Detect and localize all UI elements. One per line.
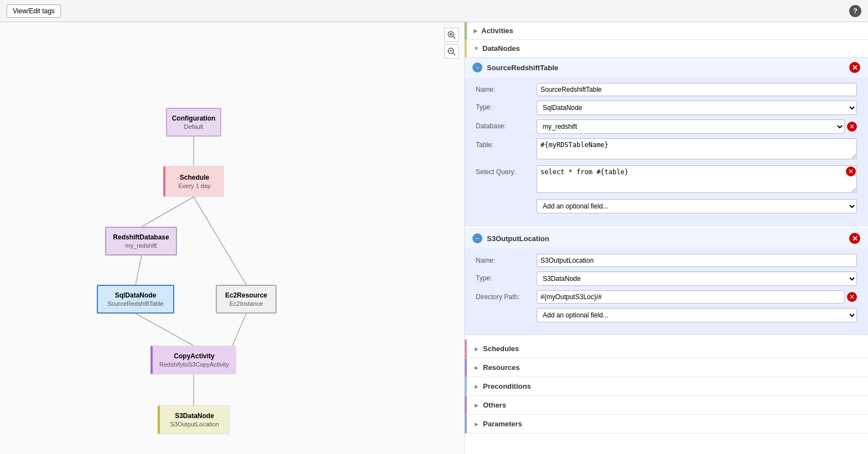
s3-output-name: S3OutputLocation	[487, 234, 549, 243]
zoom-out-button[interactable]	[444, 44, 459, 59]
s3-output-header-left: − S3OutputLocation	[472, 233, 549, 243]
parameters-section[interactable]: ▶ Parameters	[465, 415, 868, 434]
table-textarea[interactable]: #{myRDSTableName}	[537, 138, 857, 159]
s3-output-fields: Name: Type: S3DataNode Directory Path:	[465, 248, 868, 335]
help-icon[interactable]: ?	[849, 5, 861, 17]
parameters-triangle: ▶	[475, 421, 479, 427]
s3-output-panel: − S3OutputLocation ✕ Name: Type: S3Da	[465, 228, 868, 335]
main-container: Configuration Default Schedule Every 1 d…	[0, 22, 868, 454]
field-row-database: Database: my_redshift ✕	[476, 119, 857, 134]
svg-line-11	[136, 314, 194, 346]
svg-line-3	[453, 36, 455, 39]
field-label-optional-2	[476, 308, 537, 311]
field-row-table: Table: #{myRDSTableName}	[476, 138, 857, 161]
datanodes-triangle: ▼	[474, 45, 479, 51]
svg-line-6	[453, 53, 455, 55]
activities-section-header[interactable]: ▶ Activities	[465, 22, 868, 40]
node-redshift-database[interactable]: RedshiftDatabase my_redshift	[105, 227, 177, 255]
datanodes-section-header[interactable]: ▼ DataNodes	[465, 40, 868, 58]
database-clear-btn[interactable]: ✕	[847, 122, 857, 132]
type-select-2[interactable]: S3DataNode	[537, 272, 857, 286]
node-ec2-title: Ec2Resource	[225, 291, 267, 299]
field-row-type-2: Type: S3DataNode	[476, 272, 857, 286]
node-copy-title: CopyActivity	[174, 352, 214, 360]
select-query-textarea[interactable]: select * from #{table}	[537, 165, 857, 193]
node-redshift-sub: my_redshift	[126, 242, 157, 249]
field-value-type-1: SqlDataNode	[537, 101, 857, 115]
source-redshift-panel: − SourceRedshiftTable ✕ Name: Type: S	[465, 58, 868, 226]
node-sql-title: SqlDataNode	[115, 291, 157, 299]
field-value-select-query: select * from #{table} ✕	[537, 165, 857, 195]
directory-path-input[interactable]	[537, 290, 845, 304]
preconditions-label: Preconditions	[483, 382, 531, 390]
schedules-section[interactable]: ▶ Schedules	[465, 340, 868, 358]
activities-triangle: ▶	[474, 28, 478, 34]
node-config-sub: Default	[184, 123, 204, 130]
resources-label: Resources	[483, 363, 519, 372]
node-s3-sub: S3OutputLocation	[170, 421, 219, 427]
node-copy-activity[interactable]: CopyActivity RedshifytoS3CopyActivity	[150, 346, 236, 374]
field-label-type-1: Type:	[476, 101, 537, 111]
field-label-table: Table:	[476, 138, 537, 149]
field-row-directory-path: Directory Path: ✕	[476, 290, 857, 304]
zoom-controls	[444, 28, 459, 59]
field-row-optional-2: Add an optional field...	[476, 308, 857, 322]
s3-output-close-btn[interactable]: ✕	[849, 233, 860, 244]
name-input-1[interactable]	[537, 83, 857, 96]
node-schedule[interactable]: Schedule Every 1 day	[163, 166, 224, 197]
directory-path-clear-btn[interactable]: ✕	[847, 292, 857, 302]
node-s3-title: S3DataNode	[175, 412, 214, 420]
svg-line-9	[194, 197, 246, 285]
database-select[interactable]: my_redshift	[537, 119, 845, 134]
field-row-type-1: Type: SqlDataNode	[476, 101, 857, 115]
svg-line-10	[136, 255, 142, 285]
node-ec2-resource[interactable]: Ec2Resource Ec2Instance	[216, 285, 277, 314]
s3-output-header: − S3OutputLocation ✕	[465, 228, 868, 248]
top-bar: View/Edit tags ?	[0, 0, 868, 22]
optional-select-1[interactable]: Add an optional field...	[537, 199, 857, 213]
datanodes-title: DataNodes	[482, 44, 520, 53]
field-value-table: #{myRDSTableName}	[537, 138, 857, 161]
field-label-select-query: Select Query:	[476, 165, 537, 176]
resources-section[interactable]: ▶ Resources	[465, 358, 868, 377]
field-label-database: Database:	[476, 119, 537, 130]
field-label-name-1: Name:	[476, 83, 537, 93]
others-section[interactable]: ▶ Others	[465, 396, 868, 415]
schedules-triangle: ▶	[475, 346, 479, 352]
s3-output-collapse-btn[interactable]: −	[472, 233, 482, 243]
field-value-type-2: S3DataNode	[537, 272, 857, 286]
field-label-name-2: Name:	[476, 254, 537, 264]
optional-select-2[interactable]: Add an optional field...	[537, 308, 857, 322]
preconditions-section[interactable]: ▶ Preconditions	[465, 377, 868, 396]
connector-lines	[0, 22, 464, 454]
node-ec2-sub: Ec2Instance	[230, 300, 263, 307]
schedules-label: Schedules	[483, 345, 519, 353]
type-select-1[interactable]: SqlDataNode	[537, 101, 857, 115]
svg-line-8	[142, 197, 194, 227]
node-config-title: Configuration	[172, 114, 216, 122]
resources-triangle: ▶	[475, 365, 479, 370]
name-input-2[interactable]	[537, 254, 857, 267]
select-query-clear-btn[interactable]: ✕	[846, 166, 856, 176]
preconditions-triangle: ▶	[475, 384, 479, 389]
others-triangle: ▶	[475, 403, 479, 408]
source-redshift-collapse-btn[interactable]: −	[472, 62, 482, 72]
node-schedule-sub: Every 1 day	[178, 182, 210, 189]
node-sql-datanode[interactable]: SqlDataNode SourceRedshiftTable	[97, 285, 174, 314]
field-label-optional-1	[476, 199, 537, 202]
node-configuration[interactable]: Configuration Default	[166, 108, 221, 137]
field-label-type-2: Type:	[476, 272, 537, 282]
field-value-database: my_redshift ✕	[537, 119, 857, 134]
node-copy-sub: RedshifytoS3CopyActivity	[159, 361, 229, 368]
node-s3-datanode[interactable]: S3DataNode S3OutputLocation	[158, 405, 230, 434]
parameters-label: Parameters	[483, 420, 522, 428]
source-redshift-name: SourceRedshiftTable	[487, 64, 558, 72]
activities-title: Activities	[481, 27, 513, 35]
view-edit-tags-button[interactable]: View/Edit tags	[7, 4, 61, 18]
field-value-name-2	[537, 254, 857, 267]
source-redshift-close-btn[interactable]: ✕	[849, 62, 860, 73]
right-panel: ▶ Activities ▼ DataNodes − SourceRedshif…	[465, 22, 868, 454]
zoom-in-button[interactable]	[444, 28, 459, 42]
field-value-directory-path: ✕	[537, 290, 857, 304]
node-redshift-title: RedshiftDatabase	[113, 233, 169, 241]
